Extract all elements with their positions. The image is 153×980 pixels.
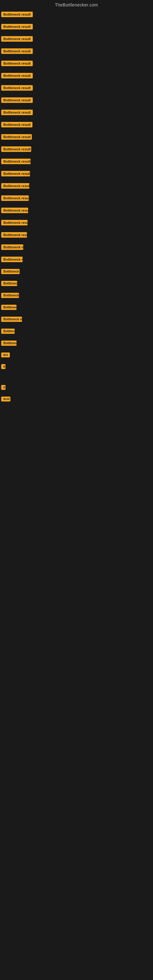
- bottleneck-result-badge[interactable]: Bottleneck result: [1, 12, 33, 17]
- result-row: Bottleneck result: [0, 34, 153, 43]
- bottleneck-result-badge[interactable]: Bottleneck result: [1, 24, 33, 29]
- result-row: Bottleneck r: [0, 291, 153, 300]
- bottleneck-result-badge[interactable]: Bottleneck res: [1, 317, 22, 322]
- result-row: Bottleneck res: [0, 315, 153, 324]
- result-row: Bottleneck result: [0, 46, 153, 56]
- result-row: Bottlens: [0, 327, 153, 336]
- bottleneck-result-badge[interactable]: Bottleneck result: [1, 110, 33, 115]
- results-container: Bottleneck resultBottleneck resultBottle…: [0, 10, 153, 403]
- result-row: B: [0, 362, 153, 371]
- site-title: TheBottlenecker.com: [0, 0, 153, 9]
- bottleneck-result-badge[interactable]: Bottleneck result: [1, 122, 32, 127]
- bottleneck-result-badge[interactable]: Bottleneck result: [1, 196, 29, 201]
- bottleneck-result-badge[interactable]: Bottleneck result: [1, 146, 31, 152]
- result-row: Bottleneck result: [0, 59, 153, 68]
- bottleneck-result-badge[interactable]: Bottleneck result: [1, 171, 30, 177]
- bottleneck-result-badge[interactable]: Bottleneck re: [1, 244, 23, 250]
- result-row: Bottleneck result: [0, 10, 153, 19]
- result-row: Bottleneck result: [0, 230, 153, 240]
- result-row: Bottleneck result: [0, 157, 153, 166]
- bottleneck-result-badge[interactable]: Bottleneck result: [1, 85, 33, 91]
- bottleneck-result-badge[interactable]: Bottleneck result: [1, 257, 22, 262]
- result-row: Bottleneck: [0, 339, 153, 348]
- result-row: [0, 374, 153, 380]
- result-row: Bot: [0, 351, 153, 359]
- bottleneck-result-badge[interactable]: Bottleneck result: [1, 220, 27, 225]
- result-row: Bottleneck result: [0, 206, 153, 215]
- bottleneck-result-badge[interactable]: Bottleneck result: [1, 60, 33, 66]
- bottleneck-result-badge[interactable]: Bottleneck result: [1, 159, 30, 164]
- result-row: Bottleneck result: [0, 255, 153, 264]
- bottleneck-result-badge[interactable]: Bottleneck result: [1, 36, 33, 41]
- result-row: Bottleneck result: [0, 120, 153, 129]
- bottleneck-result-badge[interactable]: Bottleneck r: [1, 293, 19, 298]
- bottleneck-result-badge[interactable]: Bottleneck result: [1, 73, 33, 78]
- bottleneck-result-badge[interactable]: Bottleneck result: [1, 208, 28, 213]
- result-row: Bottleneck result: [0, 83, 153, 92]
- result-row: Bottleneck result: [0, 145, 153, 154]
- result-row: Bottleneck: [0, 279, 153, 288]
- result-row: Bottleneck result: [0, 71, 153, 80]
- result-row: Bottleneck result: [0, 194, 153, 203]
- bottleneck-result-badge[interactable]: Bottleneck result: [1, 97, 33, 103]
- bottleneck-result-badge[interactable]: Bot: [1, 353, 10, 357]
- bottleneck-result-badge[interactable]: Bottleneck result: [1, 183, 29, 189]
- result-row: Bottleneck result: [0, 218, 153, 227]
- site-title-bar: TheBottlenecker.com: [0, 0, 153, 9]
- result-row: E: [0, 383, 153, 392]
- bottleneck-result-badge[interactable]: Bottleneck result: [1, 232, 27, 238]
- result-row: Bottl: [0, 395, 153, 403]
- bottleneck-result-badge[interactable]: Bottleneck r: [1, 269, 19, 274]
- bottleneck-result-badge[interactable]: E: [1, 385, 5, 390]
- result-row: Bottleneck: [0, 303, 153, 312]
- result-row: Bottleneck r: [0, 267, 153, 276]
- result-row: Bottleneck result: [0, 181, 153, 191]
- result-row: Bottleneck re: [0, 243, 153, 252]
- result-row: Bottleneck result: [0, 108, 153, 117]
- result-row: Bottleneck result: [0, 95, 153, 105]
- bottleneck-result-badge[interactable]: Bottleneck: [1, 340, 16, 346]
- bottleneck-result-badge[interactable]: Bottl: [1, 396, 10, 401]
- bottleneck-result-badge[interactable]: Bottleneck: [1, 281, 17, 286]
- bottleneck-result-badge[interactable]: Bottleneck result: [1, 48, 33, 54]
- bottleneck-result-badge[interactable]: Bottlens: [1, 329, 15, 334]
- bottleneck-result-badge[interactable]: Bottleneck: [1, 305, 16, 310]
- bottleneck-result-badge[interactable]: B: [1, 364, 5, 369]
- result-row: Bottleneck result: [0, 169, 153, 178]
- bottleneck-result-badge[interactable]: Bottleneck result: [1, 134, 32, 140]
- result-row: Bottleneck result: [0, 132, 153, 142]
- result-row: Bottleneck result: [0, 22, 153, 31]
